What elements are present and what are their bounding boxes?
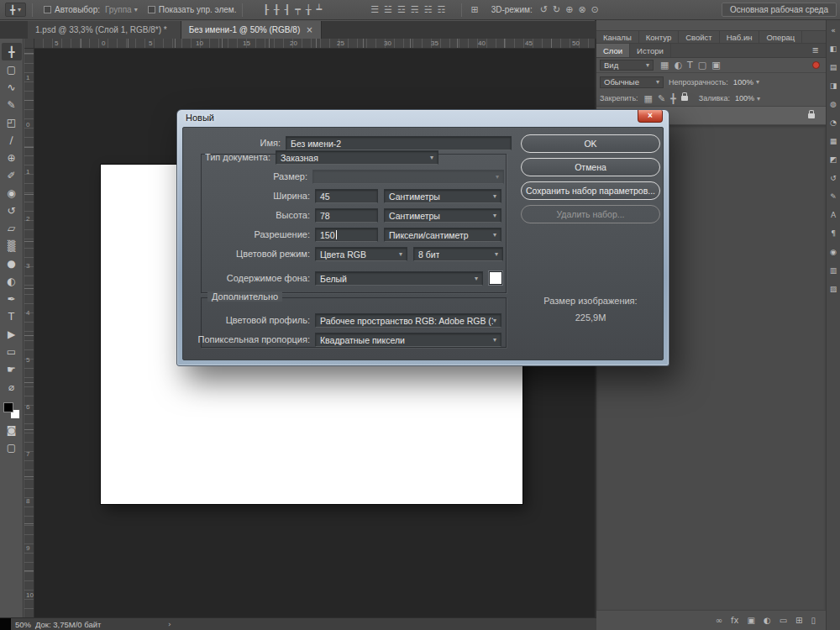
panel-tab[interactable]: Операц [759, 31, 802, 43]
hand-tool[interactable]: ☛ [2, 360, 22, 378]
layer-style-icon[interactable]: fx [731, 617, 738, 625]
distribute-vertical-centers-icon[interactable]: ☱ [384, 5, 392, 14]
zoom-level-field[interactable]: 50% [15, 620, 31, 629]
filter-shape-layers-icon[interactable]: ▢ [698, 60, 706, 70]
show-transform-controls-checkbox[interactable] [148, 6, 155, 13]
panel-tab[interactable]: Слои [596, 44, 630, 57]
rectangle-tool[interactable]: ▭ [2, 343, 22, 360]
lasso-tool[interactable]: ∿ [2, 78, 22, 96]
dock-histogram-icon[interactable]: ▦ [830, 138, 837, 145]
3d-scale-icon[interactable]: ⊙ [591, 5, 599, 14]
cancel-button[interactable]: Отмена [521, 158, 660, 176]
distribute-right-edges-icon[interactable]: ☶ [438, 5, 446, 14]
brush-tool[interactable]: ✐ [2, 166, 22, 184]
filter-toggle[interactable] [812, 61, 820, 69]
healing-brush-tool[interactable]: ⊕ [2, 149, 22, 166]
dock-timeline-icon[interactable]: ▥ [830, 267, 837, 275]
eyedropper-tool[interactable]: ∕ [2, 131, 22, 149]
lock-pixels-icon[interactable]: ✎ [658, 94, 665, 103]
width-units-dropdown[interactable]: Сантиметры ▾ [384, 189, 501, 203]
adjustment-layer-icon[interactable]: ◐ [764, 617, 771, 625]
3d-roll-icon[interactable]: ↻ [553, 5, 560, 14]
dodge-tool[interactable]: ◐ [2, 272, 22, 290]
dock-navigator-icon[interactable]: ◩ [830, 156, 837, 164]
panel-tab[interactable]: Свойст [679, 31, 720, 43]
background-color-swatch[interactable] [489, 271, 502, 285]
filter-smart-objects-icon[interactable]: ▣ [711, 60, 720, 70]
distribute-left-edges-icon[interactable]: ☴ [411, 5, 419, 14]
fill-value-dropdown[interactable]: 100% ▾ [732, 93, 763, 104]
3d-drag-icon[interactable]: ⊕ [565, 5, 573, 14]
dock-swatches-icon[interactable]: ▤ [830, 64, 837, 71]
blur-tool[interactable]: ● [2, 255, 22, 272]
crop-tool[interactable]: ◰ [2, 113, 22, 131]
current-tool-badge[interactable]: ╋ ▾ [5, 3, 26, 17]
align-right-edges-icon[interactable]: ┨ [285, 5, 291, 14]
move-tool[interactable]: ╋ [2, 43, 22, 60]
name-input[interactable]: Без имени-2 [286, 136, 512, 150]
filter-pixel-layers-icon[interactable]: ▦ [660, 60, 669, 70]
3d-rotate-icon[interactable]: ↺ [540, 5, 548, 14]
align-top-edges-icon[interactable]: ┯ [295, 5, 301, 14]
layer-group-icon[interactable]: ▭ [780, 617, 787, 625]
panel-tab[interactable]: Истори [630, 44, 671, 57]
ok-button[interactable]: OK [521, 134, 660, 153]
rectangular-marquee-tool[interactable]: ▢ [2, 60, 22, 78]
pixel-aspect-dropdown[interactable]: Квадратные пиксели ▾ [315, 333, 501, 347]
auto-align-icon[interactable]: ⊞ [470, 5, 478, 14]
dock-notes-icon[interactable]: ▨ [830, 286, 837, 293]
expand-panels-icon[interactable]: « [831, 27, 836, 34]
color-mode-dropdown[interactable]: Цвета RGB ▾ [315, 247, 407, 261]
dock-styles-icon[interactable]: ◨ [830, 82, 837, 90]
color-profile-dropdown[interactable]: Рабочее пространство RGB: Adobe RGB (1..… [315, 313, 501, 328]
3d-slide-icon[interactable]: ⊗ [578, 5, 585, 14]
color-swatches[interactable] [2, 401, 22, 421]
dock-paragraph-icon[interactable]: ¶ [831, 230, 836, 238]
blend-mode-dropdown[interactable]: Обычные ▾ [600, 76, 664, 88]
filter-kind-dropdown[interactable]: Вид ▾ [600, 60, 654, 71]
layer-mask-icon[interactable]: ▣ [747, 617, 754, 625]
quick-selection-tool[interactable]: ✎ [2, 96, 22, 113]
status-menu-chevron[interactable]: › [168, 619, 171, 628]
gradient-tool[interactable]: ▒ [2, 237, 22, 255]
panel-tab[interactable]: Контур [639, 31, 679, 43]
document-tab[interactable]: Без имени-1 @ 50% (RGB/8) × [181, 21, 322, 39]
lock-all-icon[interactable] [681, 96, 688, 101]
align-left-edges-icon[interactable]: ┠ [263, 5, 269, 14]
height-input[interactable]: 78 [315, 208, 378, 223]
opacity-value-dropdown[interactable]: 100% ▾ [731, 76, 762, 87]
distribute-horizontal-centers-icon[interactable]: ☵ [424, 5, 433, 14]
align-bottom-edges-icon[interactable]: ┷ [317, 5, 323, 14]
delete-layer-icon[interactable]: ▯ [811, 617, 816, 625]
lock-position-icon[interactable]: ╋ [670, 94, 676, 103]
dock-brush-icon[interactable]: ✎ [830, 193, 837, 201]
dialog-titlebar[interactable]: Новый × [177, 110, 669, 127]
clone-stamp-tool[interactable]: ◉ [2, 184, 22, 202]
align-vertical-centers-icon[interactable]: ╁ [306, 5, 312, 14]
dock-clone-source-icon[interactable]: ◉ [830, 249, 837, 256]
history-brush-tool[interactable]: ↺ [2, 202, 22, 219]
distribute-bottom-edges-icon[interactable]: ☲ [397, 5, 406, 14]
align-horizontal-centers-icon[interactable]: ╂ [274, 5, 280, 14]
panel-menu-icon[interactable]: ≣ [812, 45, 819, 55]
path-selection-tool[interactable]: ▶ [2, 325, 22, 343]
new-layer-icon[interactable]: ⊞ [795, 617, 802, 625]
document-type-dropdown[interactable]: Заказная ▾ [276, 150, 438, 165]
dock-history-icon[interactable]: ↺ [830, 175, 837, 182]
dock-adjustments-icon[interactable]: ◍ [830, 101, 837, 108]
workspace-switcher-button[interactable]: Основная рабочая среда [722, 3, 837, 17]
type-tool[interactable]: T [2, 307, 22, 325]
eraser-tool[interactable]: ▱ [2, 219, 22, 237]
panel-tab[interactable]: Каналы [596, 31, 639, 43]
lock-transparency-icon[interactable]: ▦ [644, 94, 653, 103]
bit-depth-dropdown[interactable]: 8 бит ▾ [413, 247, 503, 261]
width-input[interactable]: 45 [315, 189, 378, 203]
filter-type-layers-icon[interactable]: Т [687, 60, 693, 70]
height-units-dropdown[interactable]: Сантиметры ▾ [384, 208, 501, 223]
dock-info-icon[interactable]: ◔ [830, 119, 837, 127]
auto-select-checkbox[interactable] [44, 6, 51, 13]
foreground-color-swatch[interactable] [3, 402, 13, 412]
filter-adjustment-layers-icon[interactable]: ◐ [674, 60, 682, 70]
dialog-close-button[interactable]: × [638, 110, 663, 123]
dock-color-icon[interactable]: ◧ [830, 45, 837, 53]
